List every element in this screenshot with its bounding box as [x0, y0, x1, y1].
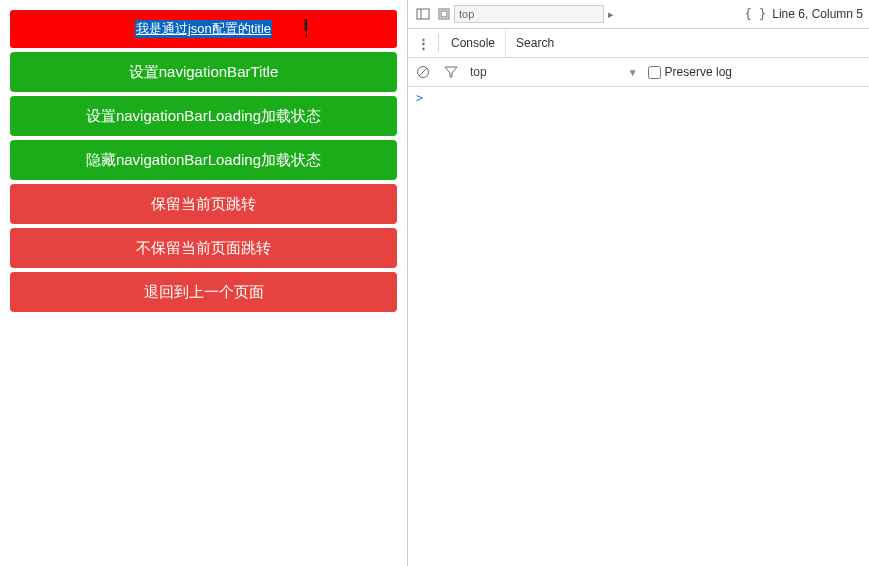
- svg-rect-0: [417, 9, 429, 19]
- tab-label: Console: [451, 36, 495, 50]
- context-label: top: [470, 65, 487, 79]
- frame-selector[interactable]: ▸: [438, 5, 739, 23]
- btn-navigate-back[interactable]: 退回到上一个页面: [10, 272, 397, 312]
- svg-line-5: [419, 68, 427, 76]
- btn-hide-loading[interactable]: 隐藏navigationBarLoading加载状态: [10, 140, 397, 180]
- phone-canvas: 我是通过json配置的title I 设置navigationBarTitle …: [0, 0, 407, 312]
- context-selector[interactable]: top: [470, 65, 487, 79]
- btn-set-title[interactable]: 设置navigationBarTitle: [10, 52, 397, 92]
- btn-label: 隐藏navigationBarLoading加载状态: [86, 151, 321, 170]
- btn-label: 不保留当前页面跳转: [136, 239, 271, 258]
- navigation-bar[interactable]: 我是通过json配置的title I: [10, 10, 397, 48]
- btn-label: 设置navigationBarLoading加载状态: [86, 107, 321, 126]
- breadcrumb-arrow-icon: ▸: [608, 8, 614, 21]
- clear-console-icon[interactable]: [414, 63, 432, 81]
- drawer-tabs: ⋮ Console Search: [408, 29, 869, 58]
- line-col: Line 6, Column 5: [772, 7, 863, 21]
- text-caret: I: [306, 19, 307, 39]
- preserve-log-checkbox[interactable]: [648, 66, 661, 79]
- svg-marker-6: [445, 67, 457, 77]
- tab-label: Search: [516, 36, 554, 50]
- devtools-toolbar: ▸ { } Line 6, Column 5: [408, 0, 869, 29]
- navigation-bar-title[interactable]: 我是通过json配置的title: [135, 20, 272, 38]
- frame-input[interactable]: [454, 5, 604, 23]
- simulator-pane: 我是通过json配置的title I 设置navigationBarTitle …: [0, 0, 408, 566]
- btn-label: 退回到上一个页面: [144, 283, 264, 302]
- cursor-status: { } Line 6, Column 5: [745, 7, 863, 21]
- btn-redirect-to[interactable]: 不保留当前页面跳转: [10, 228, 397, 268]
- separator: [438, 34, 439, 52]
- btn-set-loading[interactable]: 设置navigationBarLoading加载状态: [10, 96, 397, 136]
- svg-rect-3: [441, 11, 447, 17]
- context-dropdown-icon[interactable]: ▼: [628, 67, 638, 78]
- tab-search[interactable]: Search: [506, 29, 564, 57]
- preserve-log-label: Preserve log: [665, 65, 732, 79]
- frame-icon: [438, 8, 450, 20]
- btn-label: 设置navigationBarTitle: [129, 63, 279, 82]
- filter-icon[interactable]: [442, 63, 460, 81]
- devtools-pane: ▸ { } Line 6, Column 5 ⋮ Console Search …: [408, 0, 869, 566]
- console-filter-bar: top ▼ Preserve log: [408, 58, 869, 87]
- preserve-log-toggle[interactable]: Preserve log: [648, 65, 732, 79]
- console-prompt-icon: >: [416, 91, 423, 105]
- console-output[interactable]: >: [408, 87, 869, 566]
- tabs-more-icon[interactable]: ⋮: [412, 36, 436, 51]
- braces-icon[interactable]: { }: [745, 7, 767, 21]
- tab-console[interactable]: Console: [441, 29, 506, 57]
- btn-navigate-to[interactable]: 保留当前页跳转: [10, 184, 397, 224]
- sidebar-toggle-icon[interactable]: [414, 5, 432, 23]
- btn-label: 保留当前页跳转: [151, 195, 256, 214]
